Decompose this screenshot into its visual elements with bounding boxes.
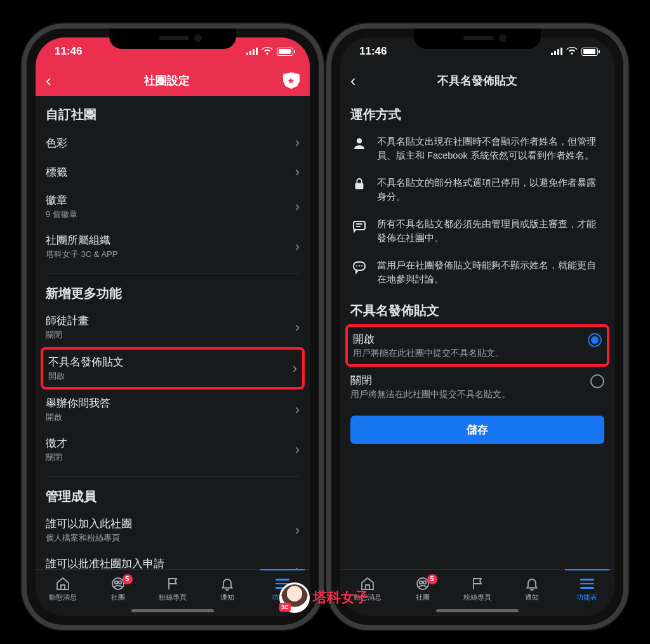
back-button[interactable]: ‹	[46, 71, 51, 91]
option-off[interactable]: 關閉 用戶將無法在此社團中提交不具名貼文。	[350, 367, 604, 407]
signal-icon	[551, 48, 562, 55]
row-qa-label: 舉辦你問我答	[46, 396, 110, 411]
svg-point-7	[417, 578, 428, 589]
bell-icon	[524, 576, 540, 591]
row-anon-post[interactable]: 不具名發佈貼文 開啟 ›	[48, 352, 297, 384]
tab-groups[interactable]: 5 社團	[395, 570, 449, 608]
groups-badge: 5	[123, 574, 133, 584]
section-custom-header: 自訂社團	[46, 96, 300, 128]
row-mentor[interactable]: 師徒計畫 關閉 ›	[46, 307, 300, 347]
svg-rect-4	[355, 183, 364, 189]
row-jobs-label: 徵才	[46, 436, 67, 450]
back-button[interactable]: ‹	[350, 71, 356, 91]
tab-groups[interactable]: 5 社團	[90, 570, 145, 608]
svg-point-3	[357, 138, 362, 143]
row-who-approve[interactable]: 誰可以批准社團加入申請 社團中的所有人 ›	[46, 550, 300, 569]
shield-icon[interactable]: ★	[283, 72, 300, 89]
highlight-anonymous-post: 不具名發佈貼文 開啟 ›	[41, 347, 305, 390]
status-time: 11:46	[359, 45, 387, 58]
svg-point-9	[423, 581, 426, 584]
home-icon	[55, 576, 70, 591]
lock-icon	[350, 176, 368, 204]
chevron-right-icon: ›	[295, 562, 300, 570]
option-on[interactable]: 開啟 用戶將能在此社團中提交不具名貼文。	[353, 329, 602, 362]
svg-point-0	[112, 578, 124, 589]
row-badges-label: 徽章	[46, 193, 77, 207]
chevron-right-icon: ›	[295, 402, 300, 418]
message-icon	[350, 217, 368, 246]
option-off-label: 關閉	[350, 373, 583, 388]
chevron-right-icon: ›	[293, 360, 297, 377]
tab-groups-label: 社團	[416, 593, 430, 602]
page-header: ‹ 不具名發佈貼文	[340, 65, 614, 96]
row-who-join[interactable]: 誰可以加入此社團 個人檔案和粉絲專頁 ›	[46, 510, 300, 550]
tab-menu[interactable]: 功能表	[560, 570, 614, 608]
row-anon-label: 不具名發佈貼文	[48, 355, 124, 369]
tab-notif[interactable]: 通知	[200, 570, 255, 608]
row-who-approve-label: 誰可以批准社團加入申請	[46, 556, 164, 569]
battery-icon	[277, 48, 293, 56]
option-off-sub: 用戶將無法在此社團中提交不具名貼文。	[350, 389, 583, 400]
row-badges-sub: 9 個徽章	[46, 209, 77, 220]
svg-point-2	[118, 581, 121, 584]
row-org-sub: 塔科女子 3C & APP	[46, 249, 117, 260]
chevron-right-icon: ›	[295, 319, 300, 336]
svg-point-1	[114, 581, 117, 584]
page-title: 不具名發佈貼文	[366, 73, 589, 88]
svg-rect-5	[354, 221, 365, 230]
watermark: 3C 塔科女子	[281, 584, 369, 611]
status-time: 11:46	[55, 45, 82, 58]
tab-feed[interactable]: 動態消息	[36, 570, 90, 608]
tab-menu-label: 功能表	[576, 593, 597, 602]
radio-off[interactable]	[590, 374, 604, 388]
row-who-join-sub: 個人檔案和粉絲專頁	[46, 532, 132, 544]
wifi-icon	[566, 47, 578, 56]
chevron-right-icon: ›	[295, 442, 300, 458]
watermark-text: 塔科女子	[313, 588, 369, 607]
option-on-label: 開啟	[353, 332, 580, 346]
save-button[interactable]: 儲存	[350, 416, 604, 444]
highlight-option-on: 開啟 用戶將能在此社團中提交不具名貼文。	[345, 324, 609, 367]
tab-groups-label: 社團	[111, 593, 125, 602]
signal-icon	[246, 48, 258, 55]
tab-pages[interactable]: 粉絲專頁	[145, 570, 200, 608]
row-jobs[interactable]: 徵才 關閉 ›	[46, 430, 300, 470]
info-row-3: 所有不具名貼文都必須先由管理員或版主審查，才能發佈在社團中。	[350, 211, 604, 252]
row-badges[interactable]: 徽章 9 個徽章 ›	[46, 187, 300, 227]
row-qa[interactable]: 舉辦你問我答 開啟 ›	[46, 390, 300, 430]
row-mentor-sub: 關閉	[46, 329, 89, 341]
row-anon-sub: 開啟	[48, 371, 124, 382]
chat-icon	[350, 258, 368, 287]
row-qa-sub: 開啟	[46, 412, 110, 423]
option-on-sub: 用戶將能在此社團中提交不具名貼文。	[353, 348, 580, 359]
page-header: ‹ 社團設定 ★	[36, 65, 310, 96]
bell-icon	[220, 576, 235, 591]
chevron-right-icon: ›	[295, 239, 300, 255]
flag-icon	[470, 576, 485, 591]
notch	[109, 29, 236, 49]
phone-left: 11:46 ‹ 社團設定 ★ 自訂社團 色彩 ›	[27, 29, 319, 625]
row-mentor-label: 師徒計畫	[46, 313, 89, 328]
row-tags[interactable]: 標籤 ›	[46, 157, 300, 187]
chevron-right-icon: ›	[295, 135, 300, 151]
groups-icon: 5	[110, 576, 126, 591]
tab-notif[interactable]: 通知	[505, 570, 559, 608]
groups-icon: 5	[415, 576, 430, 591]
watermark-badge: 3C	[279, 603, 291, 612]
tab-pages[interactable]: 粉絲專頁	[450, 570, 505, 608]
watermark-avatar: 3C	[281, 584, 308, 611]
section-features-header: 新增更多功能	[46, 273, 300, 307]
tab-notif-label: 通知	[220, 593, 234, 602]
page-title: 社團設定	[144, 73, 190, 88]
row-org[interactable]: 社團所屬組織 塔科女子 3C & APP ›	[46, 227, 300, 266]
hamburger-icon	[580, 576, 594, 591]
info-row-1: 不具名貼文出現在社團時不會顯示作者姓名，但管理員、版主和 Facebook 系統…	[350, 128, 604, 169]
row-color[interactable]: 色彩 ›	[46, 128, 300, 157]
row-org-label: 社團所屬組織	[46, 233, 117, 247]
row-who-join-label: 誰可以加入此社團	[46, 516, 132, 531]
radio-on[interactable]	[588, 333, 602, 347]
how-it-works-header: 運作方式	[350, 96, 604, 128]
info-text-2: 不具名貼文的部分格式選項已停用，以避免作者暴露身分。	[377, 176, 604, 204]
tab-pages-label: 粉絲專頁	[463, 593, 491, 602]
section-members-header: 管理成員	[46, 476, 300, 510]
